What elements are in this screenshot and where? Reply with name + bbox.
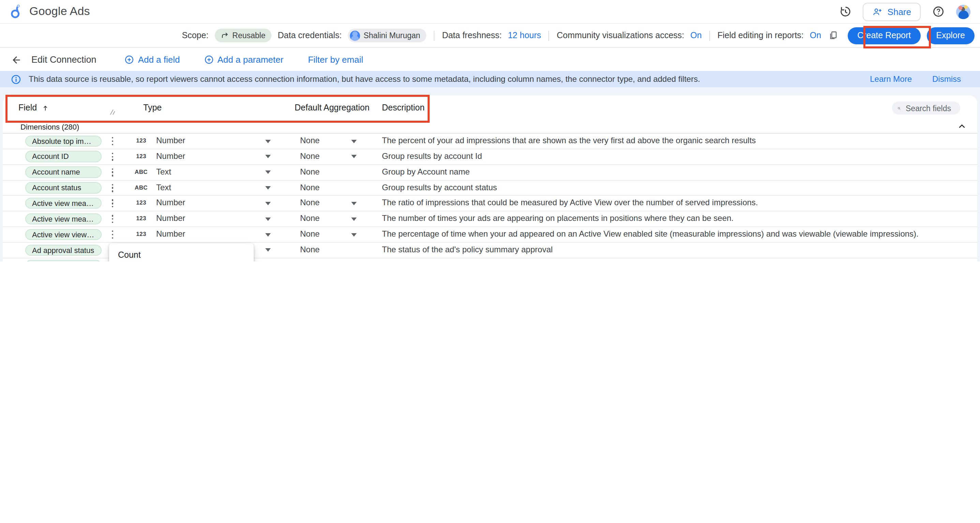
google-ads-connector-icon bbox=[10, 4, 23, 19]
type-icon-text: ABC bbox=[134, 180, 149, 196]
add-parameter-button[interactable]: Add a parameter bbox=[205, 54, 284, 65]
type-icon-number: 123 bbox=[134, 196, 149, 211]
field-pill[interactable]: Account name bbox=[25, 167, 102, 178]
dimensions-section-label: Dimensions (280) bbox=[21, 122, 79, 130]
redo-arrow-icon bbox=[221, 31, 229, 40]
field-editing-label: Field editing in reports: bbox=[718, 31, 804, 40]
copy-icon[interactable] bbox=[827, 30, 839, 41]
type-icon-text: ABC bbox=[134, 165, 149, 180]
column-header-field[interactable]: Field bbox=[18, 95, 49, 120]
kebab-menu-icon[interactable] bbox=[109, 231, 116, 238]
table-row: Active view measurability123NumberNoneTh… bbox=[3, 196, 977, 212]
type-dropdown-arrow[interactable] bbox=[265, 170, 271, 174]
create-report-button[interactable]: Create Report bbox=[848, 27, 920, 44]
type-label: Number bbox=[156, 134, 185, 149]
type-label: Number bbox=[156, 196, 185, 211]
type-dropdown-arrow[interactable] bbox=[265, 248, 271, 252]
community-viz-value[interactable]: On bbox=[690, 31, 702, 40]
aggregation-value: None bbox=[300, 227, 320, 242]
credentials-label: Data credentials: bbox=[278, 31, 342, 40]
freshness-label: Data freshness: bbox=[442, 31, 501, 40]
aggregation-dropdown-arrow[interactable] bbox=[351, 155, 357, 159]
kebab-menu-icon[interactable] bbox=[109, 168, 116, 176]
aggregation-value: None bbox=[300, 211, 320, 226]
plus-circle-icon bbox=[205, 55, 213, 64]
data-source-settings-bar: Scope: Reusable Data credentials: Shalin… bbox=[0, 24, 980, 48]
aggregation-dropdown-arrow[interactable] bbox=[351, 202, 357, 205]
collapse-chevron-icon[interactable] bbox=[958, 122, 966, 131]
field-pill[interactable]: Absolute top impression ... bbox=[25, 135, 102, 146]
field-description: The ratio of impressions that could be m… bbox=[382, 196, 758, 211]
field-editing-value[interactable]: On bbox=[810, 31, 821, 40]
share-button[interactable]: Share bbox=[863, 2, 921, 21]
plus-circle-icon bbox=[125, 55, 134, 64]
freshness-value[interactable]: 12 hours bbox=[508, 31, 541, 40]
credentials-value: Shalini Murugan bbox=[363, 31, 420, 40]
version-history-icon[interactable] bbox=[838, 4, 853, 19]
credentials-chip[interactable]: Shalini Murugan bbox=[348, 29, 426, 42]
type-icon-number: 123 bbox=[134, 134, 149, 149]
field-description: Group by Account name bbox=[382, 165, 470, 180]
field-description: Group results by account status bbox=[382, 180, 497, 196]
field-pill[interactable]: Ad custom url parameters bbox=[25, 260, 102, 262]
type-dropdown-arrow[interactable] bbox=[265, 202, 271, 205]
search-fields-box[interactable] bbox=[892, 102, 960, 114]
app-bar: Google Ads Share bbox=[0, 0, 980, 24]
column-header-description: Description bbox=[382, 95, 425, 120]
field-pill[interactable]: Ad approval status bbox=[25, 245, 102, 256]
field-pill[interactable]: Active view measurable i... bbox=[25, 213, 102, 225]
add-parameter-label: Add a parameter bbox=[218, 54, 284, 65]
field-pill[interactable]: Account ID bbox=[25, 151, 102, 162]
aggregation-dropdown-arrow[interactable] bbox=[351, 217, 357, 221]
field-pill[interactable]: Active view viewablility bbox=[25, 229, 102, 240]
type-dropdown-arrow[interactable] bbox=[265, 233, 271, 236]
back-arrow-icon[interactable] bbox=[11, 54, 22, 65]
aggregation-value: None bbox=[300, 243, 320, 258]
search-fields-input[interactable] bbox=[904, 103, 955, 113]
explore-button[interactable]: Explore bbox=[926, 27, 975, 44]
aggregation-dropdown-arrow[interactable] bbox=[351, 233, 357, 236]
info-icon bbox=[11, 74, 21, 84]
add-field-label: Add a field bbox=[138, 54, 180, 65]
field-pill[interactable]: Active view measurability bbox=[25, 198, 102, 209]
sort-ascending-icon bbox=[41, 104, 49, 111]
scope-label: Scope: bbox=[182, 31, 209, 40]
share-button-label: Share bbox=[888, 6, 911, 17]
kebab-menu-icon[interactable] bbox=[109, 137, 116, 145]
kebab-menu-icon[interactable] bbox=[109, 199, 116, 208]
type-label: Text bbox=[156, 165, 171, 180]
scope-chip[interactable]: Reusable bbox=[215, 29, 271, 42]
dismiss-link[interactable]: Dismiss bbox=[932, 74, 961, 84]
field-header-label: Field bbox=[18, 103, 37, 113]
filter-by-email-button[interactable]: Filter by email bbox=[308, 54, 363, 65]
menu-item-count[interactable]: Count bbox=[109, 248, 254, 262]
kebab-menu-icon[interactable] bbox=[109, 153, 116, 161]
help-icon[interactable] bbox=[931, 4, 946, 19]
aggregation-value: None bbox=[300, 180, 320, 196]
type-dropdown-arrow[interactable] bbox=[265, 140, 271, 143]
field-description: The number of times your ads are appeari… bbox=[382, 211, 733, 226]
field-pill[interactable]: Account status bbox=[25, 182, 102, 193]
table-row: Account statusABCTextNoneGroup results b… bbox=[3, 180, 977, 196]
banner-text: This data source is reusable, so report … bbox=[29, 74, 700, 84]
aggregation-value: None bbox=[300, 149, 320, 164]
add-field-button[interactable]: Add a field bbox=[125, 54, 180, 65]
connection-toolbar: Edit Connection Add a field Add a parame… bbox=[0, 48, 980, 71]
type-dropdown-arrow[interactable] bbox=[265, 186, 271, 189]
column-resize-icon[interactable] bbox=[109, 106, 115, 118]
field-description: The percentage of time when your ad appe… bbox=[382, 227, 919, 242]
type-icon-number: 123 bbox=[134, 149, 149, 164]
type-dropdown-arrow[interactable] bbox=[265, 217, 271, 221]
edit-connection-label[interactable]: Edit Connection bbox=[31, 54, 97, 65]
user-avatar[interactable] bbox=[956, 5, 970, 19]
fields-rows: Absolute top impression ...123NumberNone… bbox=[3, 134, 977, 262]
learn-more-link[interactable]: Learn More bbox=[870, 74, 912, 84]
column-header-type: Type bbox=[143, 95, 162, 120]
aggregation-value: None bbox=[300, 196, 320, 211]
kebab-menu-icon[interactable] bbox=[109, 184, 116, 192]
kebab-menu-icon[interactable] bbox=[109, 215, 116, 223]
type-dropdown-arrow[interactable] bbox=[265, 155, 271, 159]
table-row: Active view viewablility123NumberNoneThe… bbox=[3, 227, 977, 243]
aggregation-dropdown-arrow[interactable] bbox=[351, 140, 357, 143]
table-header-row: Field Type Default Aggregation Descripti… bbox=[3, 95, 977, 120]
